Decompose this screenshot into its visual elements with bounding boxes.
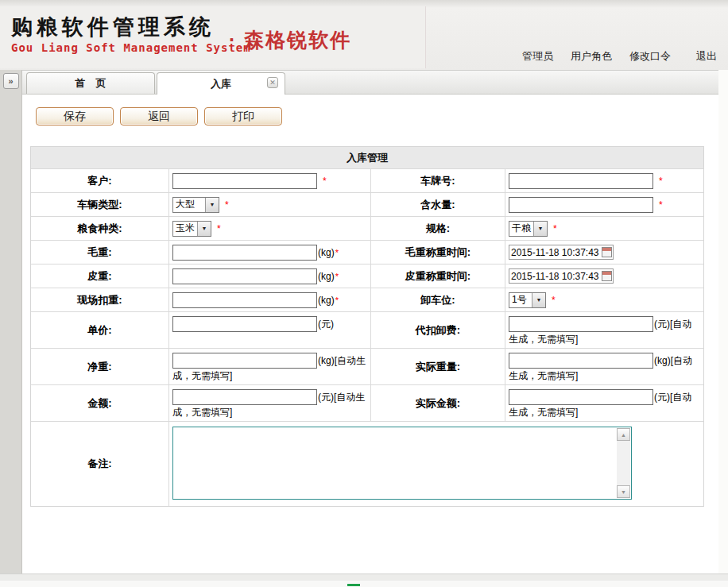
unit-price-field: (元) (168, 312, 370, 348)
net-weight-input[interactable] (172, 353, 317, 369)
calendar-icon[interactable] (602, 271, 612, 281)
unit-price-input[interactable] (172, 316, 317, 332)
remarks-textarea[interactable]: ▲ ▼ (172, 427, 632, 500)
net-weight-label: 净重: (31, 349, 168, 384)
unit-label: (元) (318, 392, 334, 403)
unit-label: (kg) (318, 247, 335, 258)
spec-select[interactable]: 干粮▼ (509, 221, 548, 237)
dropdown-arrow-icon[interactable]: ▼ (532, 293, 545, 307)
actual-amount-input[interactable] (509, 389, 653, 405)
save-button[interactable]: 保存 (36, 107, 114, 126)
spec-select-value: 干粮 (509, 222, 533, 236)
dropdown-arrow-icon[interactable]: ▼ (205, 198, 219, 212)
customer-label: 客户: (31, 169, 168, 192)
form-row: 毛重:(kg)*毛重称重时间:2015-11-18 10:37:43 (31, 240, 703, 264)
tab-home[interactable]: 首 页 (26, 72, 155, 94)
back-button[interactable]: 返回 (120, 107, 198, 126)
tare-weigh-time-value: 2015-11-18 10:37:43 (509, 271, 599, 282)
footer-sub-bar (0, 581, 728, 587)
form-row: 车辆类型:大型▼*含水量:* (31, 192, 703, 216)
unload-slot-select[interactable]: 1号▼ (509, 292, 546, 308)
scrollbar[interactable]: ▲ ▼ (617, 428, 630, 498)
print-button[interactable]: 打印 (204, 107, 282, 126)
actual-amount-field: (元)[自动生成，无需填写] (505, 385, 703, 421)
spec-field: 干粮▼* (505, 217, 703, 240)
right-gutter (718, 70, 728, 573)
form-row: 金额:(元)[自动生成，无需填写]实际金额:(元)[自动生成，无需填写] (31, 384, 703, 421)
footer (0, 573, 728, 587)
vehicle-type-field: 大型▼* (168, 193, 370, 216)
vehicle-type-select[interactable]: 大型▼ (172, 197, 219, 213)
required-asterisk: * (659, 199, 663, 210)
footer-bar (0, 573, 728, 581)
nav-user-role[interactable]: 用户角色 (571, 49, 612, 64)
tare-weight-input[interactable] (172, 268, 317, 284)
unit-label: (元) (318, 319, 334, 330)
dropdown-arrow-icon[interactable]: ▼ (197, 222, 211, 236)
top-nav: 管理员 用户角色 修改口令 退出 (505, 49, 717, 64)
withheld-unload-fee-field: (元)[自动生成，无需填写] (505, 312, 703, 348)
gross-weight-input[interactable] (172, 245, 317, 261)
toolbar: 保存 返回 打印 (36, 107, 718, 126)
gross-weigh-time-field: 2015-11-18 10:37:43 (505, 241, 703, 264)
nav-logout[interactable]: 退出 (696, 49, 717, 64)
sidebar-expand-icon[interactable]: » (3, 73, 19, 89)
scroll-up-icon[interactable]: ▲ (617, 428, 630, 441)
tab-inbound[interactable]: 入库 ✕ (157, 72, 285, 95)
required-asterisk: * (335, 248, 339, 257)
tab-bar: 首 页 入库 ✕ (22, 70, 718, 95)
form-row: 粮食种类:玉米▼*规格:干粮▼* (31, 216, 703, 240)
net-weight-field: (kg)[自动生成，无需填写] (168, 349, 370, 384)
grain-type-field: 玉米▼* (168, 217, 370, 240)
tare-weigh-time-input[interactable]: 2015-11-18 10:37:43 (509, 268, 614, 284)
required-asterisk: * (225, 199, 229, 210)
collapsed-sidebar: » (0, 70, 22, 573)
tare-weigh-time-label: 皮重称重时间: (370, 265, 505, 288)
actual-weight-input[interactable] (509, 353, 653, 369)
required-asterisk: * (335, 272, 339, 281)
scroll-down-icon[interactable]: ▼ (617, 485, 630, 498)
unit-label: (kg) (654, 355, 671, 366)
form-row-remarks: 备注: ▲ ▼ (31, 421, 703, 506)
grain-type-label: 粮食种类: (31, 217, 168, 240)
unit-price-label: 单价: (31, 312, 168, 348)
app-subtitle: Gou Liang Soft Management System (11, 41, 251, 54)
unit-label: (元) (654, 392, 670, 403)
water-content-input[interactable] (509, 197, 653, 213)
form-row: 客户:*车牌号:* (31, 168, 703, 192)
amount-input[interactable] (172, 389, 317, 405)
app-title: 购粮软件管理系统 (11, 13, 215, 41)
grain-type-select[interactable]: 玉米▼ (172, 221, 211, 237)
gross-weigh-time-label: 毛重称重时间: (370, 241, 505, 264)
close-icon[interactable]: ✕ (267, 77, 278, 88)
calendar-icon[interactable] (602, 247, 612, 257)
tab-home-label: 首 页 (76, 76, 106, 91)
grain-type-select-value: 玉米 (173, 222, 197, 236)
form-row: 单价:(元)代扣卸费:(元)[自动生成，无需填写] (31, 311, 703, 348)
nav-change-password[interactable]: 修改口令 (629, 49, 671, 64)
required-asterisk: * (659, 176, 663, 187)
vehicle-type-select-value: 大型 (173, 198, 205, 212)
form-row: 净重:(kg)[自动生成，无需填写]实际重量:(kg)[自动生成，无需填写] (31, 348, 703, 384)
plate-number-label: 车牌号: (370, 169, 505, 192)
actual-amount-label: 实际金额: (370, 385, 505, 421)
nav-admin[interactable]: 管理员 (522, 49, 553, 64)
water-content-field: * (505, 193, 703, 216)
dropdown-arrow-icon[interactable]: ▼ (533, 222, 547, 236)
plate-number-input[interactable] (509, 173, 653, 189)
gross-weight-field: (kg)* (168, 241, 370, 264)
gross-weight-label: 毛重: (31, 241, 168, 264)
required-asterisk: * (217, 223, 221, 234)
site-deduction-weight-input[interactable] (172, 292, 317, 308)
gross-weigh-time-value: 2015-11-18 10:37:43 (509, 247, 599, 258)
gross-weigh-time-input[interactable]: 2015-11-18 10:37:43 (509, 245, 614, 260)
customer-input[interactable] (172, 173, 317, 189)
required-asterisk: * (552, 295, 556, 306)
plate-number-field: * (505, 169, 703, 192)
form-title: 入库管理 (31, 147, 703, 168)
vehicle-type-label: 车辆类型: (31, 193, 168, 216)
withheld-unload-fee-input[interactable] (509, 316, 653, 332)
scrollbar-track[interactable] (617, 441, 630, 485)
required-asterisk: * (553, 223, 557, 234)
actual-weight-label: 实际重量: (370, 349, 505, 384)
